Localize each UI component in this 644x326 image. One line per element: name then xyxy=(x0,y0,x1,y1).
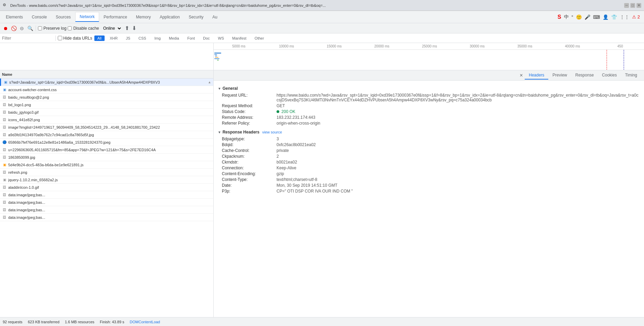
file-icon-data3: 🖼 xyxy=(2,208,7,212)
download-button[interactable]: ⬇ xyxy=(132,25,136,31)
request-item[interactable]: 🖼 baidu_resultlogo@2.png xyxy=(0,94,213,101)
request-item[interactable]: ▣ s?wd=Java&rsv_spt=1&rsv_iqid=0xd39e173… xyxy=(0,79,213,86)
tab-memory[interactable]: Memory xyxy=(132,12,155,22)
tab-security[interactable]: Security xyxy=(184,12,208,22)
hide-data-urls-label[interactable]: Hide data URLs xyxy=(58,36,92,41)
clear-button[interactable]: 🚫 xyxy=(10,25,17,32)
record-button[interactable]: ⏺ xyxy=(2,25,9,32)
close-window-button[interactable]: ✕ xyxy=(636,3,641,8)
file-icon-js2: ▣ xyxy=(2,178,7,182)
filter-icon-btn[interactable]: ⊝ xyxy=(18,25,25,32)
filter-doc-button[interactable]: Doc xyxy=(200,36,213,41)
upload-button[interactable]: ⬆ xyxy=(125,25,129,31)
file-icon-js: ▣ xyxy=(2,162,7,167)
filter-separator xyxy=(55,36,56,41)
tab-audits[interactable]: Au xyxy=(208,12,222,22)
request-item[interactable]: 🖼 data:image/jpeg;bas... xyxy=(0,214,213,221)
filter-all-button[interactable]: All xyxy=(94,36,105,41)
scroll-indicator: ▲ xyxy=(208,80,211,84)
details-tab-timing[interactable]: Timing xyxy=(621,71,641,80)
details-tab-cookies[interactable]: Cookies xyxy=(598,71,621,80)
details-tab-response[interactable]: Response xyxy=(571,71,598,80)
tab-application[interactable]: Application xyxy=(155,12,184,22)
tab-elements[interactable]: Elements xyxy=(1,12,27,22)
request-item[interactable]: 🖼 1863850099.jpg xyxy=(0,154,213,161)
response-headers-toggle[interactable]: ▼ xyxy=(218,130,221,134)
filter-input[interactable] xyxy=(2,36,53,41)
tab-network[interactable]: Network xyxy=(75,12,99,22)
referrer-policy-row: Referrer Policy: origin-when-cross-origi… xyxy=(218,121,640,126)
dom-content-loaded-link[interactable]: DOMContentLoad xyxy=(130,320,160,324)
filter-manifest-button[interactable]: Manifest xyxy=(229,36,250,41)
request-item[interactable]: 🖼 image?imglist=2449719617_96094409_58,3… xyxy=(0,124,213,131)
file-icon-jpeg2: 🖼 xyxy=(2,147,7,152)
minimize-button[interactable]: ─ xyxy=(624,3,629,8)
request-item[interactable]: 🖼 a9d3fd1f4134970a9b762c7c94cad1c8a7865d… xyxy=(0,131,213,139)
preserve-log-label[interactable]: Preserve log xyxy=(38,26,66,31)
request-item[interactable]: 🖼 data:image/jpeg;bas... xyxy=(0,199,213,206)
preserve-log-checkbox[interactable] xyxy=(38,26,42,30)
disable-cache-label[interactable]: Disable cache xyxy=(68,26,99,31)
file-icon-jpg: 🖼 xyxy=(2,132,7,137)
request-name: data:image/jpeg;bas... xyxy=(8,193,211,197)
tab-console[interactable]: Console xyxy=(27,12,51,22)
details-tab-headers[interactable]: Headers xyxy=(525,71,548,80)
filter-ws-button[interactable]: WS xyxy=(215,36,227,41)
keyboard-icon: ⌨ xyxy=(593,14,600,20)
request-name: bd_logo1.png xyxy=(8,103,211,107)
request-item[interactable]: 🖼 refresh.png xyxy=(0,169,213,176)
general-section-toggle[interactable]: ▼ xyxy=(218,87,221,90)
request-item[interactable]: 🖼 u=2296063605,4011605715&fm=85&app=79&f… xyxy=(0,146,213,154)
filter-xhr-button[interactable]: XHR xyxy=(107,36,121,41)
filter-media-button[interactable]: Media xyxy=(166,36,182,41)
svg-rect-0 xyxy=(214,53,221,54)
remote-address-value: 183.232.231.174:443 xyxy=(277,115,315,120)
statusbar: 92 requests 623 KB transferred 1.6 MB re… xyxy=(0,317,644,326)
throttle-select[interactable]: Online xyxy=(100,25,122,32)
file-icon-css: ▣ xyxy=(2,87,7,92)
tick-6: 30000 ms xyxy=(453,44,501,48)
request-item[interactable]: 🖼 data:image/jpeg;bas... xyxy=(0,206,213,214)
request-item[interactable]: 🖼 bd_logo1.png xyxy=(0,101,213,109)
filter-css-button[interactable]: CSS xyxy=(135,36,149,41)
request-item[interactable]: ▣ account-switcher-content.css xyxy=(0,86,213,94)
details-tab-preview[interactable]: Preview xyxy=(548,71,571,80)
tab-sources[interactable]: Sources xyxy=(51,12,75,22)
request-item[interactable]: 🖼 aladdinIcon-1.0.gif xyxy=(0,184,213,191)
file-icon-gif: 🖼 xyxy=(2,110,7,115)
request-item[interactable]: 🖼 baidu_jgylogo3.gif xyxy=(0,109,213,116)
request-url-row: Request URL: https://www.baidu.com/s?wd=… xyxy=(218,93,640,102)
file-icon-data2: 🖼 xyxy=(2,200,7,205)
status-code-row: Status Code: 200 OK xyxy=(218,109,640,114)
disable-cache-checkbox[interactable] xyxy=(68,26,72,30)
request-item[interactable]: ▣ 5d4e9b24-dcc5-483a-b6da-be1e9e621891.j… xyxy=(0,161,213,169)
file-icon-jpeg: 🔵 xyxy=(2,140,7,145)
request-name: baidu_resultlogo@2.png xyxy=(8,95,211,99)
user-icon: 👤 xyxy=(603,14,608,20)
tick-8: 40000 ms xyxy=(549,44,596,48)
general-section-header: ▼ General xyxy=(218,86,640,91)
status-code-value: 200 OK xyxy=(277,109,295,114)
request-item[interactable]: 🔵 65866b7fef76e691a12e8e81e1486a6a_15332… xyxy=(0,139,213,146)
filter-other-button[interactable]: Other xyxy=(252,36,267,41)
request-name: data:image/jpeg;bas... xyxy=(8,215,211,219)
file-icon-jpg2: 🖼 xyxy=(2,155,7,160)
view-source-link[interactable]: view source xyxy=(262,130,282,134)
maximize-button[interactable]: □ xyxy=(630,3,635,8)
filter-font-button[interactable]: Font xyxy=(184,36,198,41)
ckpacknum-row: Ckpacknum: 2 xyxy=(218,154,640,159)
request-item[interactable]: 🖼 icons_441e82f.png xyxy=(0,116,213,124)
filter-bar: Hide data URLs All XHR JS CSS Img Media … xyxy=(0,33,644,43)
search-button[interactable]: 🔍 xyxy=(27,25,33,32)
filter-img-button[interactable]: Img xyxy=(151,36,164,41)
request-item[interactable]: 🖼 data:image/jpeg;bas... xyxy=(0,191,213,199)
request-list-header: Name xyxy=(0,70,213,79)
hide-data-urls-text: Hide data URLs xyxy=(63,36,92,41)
ckrndstr-row: Ckrndstr: b0021ea02 xyxy=(218,160,640,165)
ime-icon: 中 xyxy=(564,14,569,20)
close-details-button[interactable]: × xyxy=(518,72,525,79)
request-item[interactable]: ▣ jquery-1.10.2.min_65682a2.js xyxy=(0,176,213,184)
hide-data-urls-checkbox[interactable] xyxy=(58,36,62,40)
filter-js-button[interactable]: JS xyxy=(123,36,133,41)
tab-performance[interactable]: Performance xyxy=(99,12,132,22)
